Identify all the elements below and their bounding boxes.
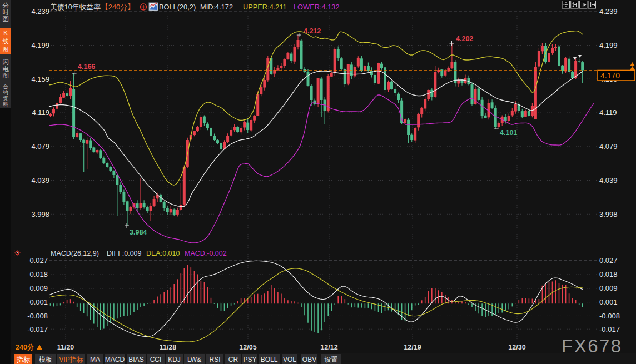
svg-text:VOL: VOL [283, 356, 296, 363]
svg-text:FX678: FX678 [562, 336, 623, 356]
svg-text:0.027: 0.027 [29, 256, 48, 265]
svg-text:4.039: 4.039 [599, 176, 618, 185]
svg-text:4.239: 4.239 [31, 7, 49, 16]
svg-text:12/30: 12/30 [508, 343, 525, 351]
svg-text:0.009: 0.009 [29, 284, 48, 292]
svg-text:4.166: 4.166 [78, 63, 95, 71]
svg-text:CR: CR [228, 356, 238, 363]
svg-text:4.079: 4.079 [599, 142, 618, 151]
svg-text:4.079: 4.079 [31, 142, 49, 151]
svg-text:美债10年收益率: 美债10年收益率 [50, 3, 101, 11]
svg-text:约: 约 [2, 89, 8, 96]
svg-text:12/19: 12/19 [404, 343, 421, 351]
svg-text:0.001: 0.001 [599, 298, 618, 306]
svg-text:-0.017: -0.017 [599, 325, 620, 333]
svg-text:-0.017: -0.017 [27, 325, 48, 333]
svg-text:时: 时 [2, 9, 9, 16]
svg-text:4.119: 4.119 [32, 108, 49, 117]
svg-text:指标: 指标 [16, 356, 31, 363]
svg-text:4.239: 4.239 [599, 7, 618, 16]
svg-text:料: 料 [3, 101, 8, 107]
svg-text:设置: 设置 [325, 356, 338, 363]
svg-text:RSI: RSI [209, 356, 220, 363]
svg-text:闪: 闪 [2, 59, 9, 66]
svg-text:KDJ: KDJ [168, 356, 181, 363]
svg-text:4.159: 4.159 [31, 75, 49, 83]
svg-text:LOWER:4.132: LOWER:4.132 [294, 3, 340, 11]
svg-text:-0.008: -0.008 [27, 312, 48, 320]
svg-text:MACD:-0.002: MACD:-0.002 [185, 250, 227, 257]
svg-text:VIP指标: VIP指标 [59, 356, 83, 363]
svg-text:BOLL(20,2): BOLL(20,2) [159, 3, 196, 11]
svg-text:3.998: 3.998 [599, 210, 618, 218]
svg-text:BIAS: BIAS [128, 356, 143, 363]
svg-text:合: 合 [3, 83, 8, 89]
svg-text:4.212: 4.212 [304, 27, 321, 35]
svg-text:12/05: 12/05 [239, 343, 256, 351]
svg-text:图: 图 [3, 46, 9, 53]
svg-text:240分: 240分 [16, 343, 34, 351]
svg-text:资: 资 [3, 95, 8, 101]
svg-text:4.101: 4.101 [500, 129, 517, 137]
svg-text:MACD(26,12,9): MACD(26,12,9) [51, 250, 99, 257]
svg-text:LW&: LW& [187, 356, 201, 363]
svg-text:0.009: 0.009 [599, 284, 618, 292]
svg-text:模板: 模板 [39, 356, 52, 363]
svg-text:3.984: 3.984 [130, 228, 147, 236]
svg-text:CCI: CCI [150, 356, 162, 363]
svg-text:4.202: 4.202 [456, 35, 473, 43]
svg-text:图: 图 [2, 16, 9, 22]
svg-text:PSY: PSY [243, 356, 256, 363]
svg-text:0.027: 0.027 [599, 256, 618, 265]
svg-text:DIFF:0.009: DIFF:0.009 [107, 250, 142, 257]
svg-text:K: K [3, 29, 8, 36]
svg-text:0.018: 0.018 [599, 270, 618, 278]
svg-text:4.199: 4.199 [31, 41, 49, 49]
svg-text:0.001: 0.001 [29, 298, 48, 306]
svg-text:分: 分 [2, 2, 9, 9]
svg-text:4.119: 4.119 [599, 108, 617, 117]
svg-text:MACD: MACD [105, 356, 125, 363]
svg-text:MID:4.172: MID:4.172 [200, 3, 233, 11]
svg-text:UPPER:4.211: UPPER:4.211 [243, 3, 287, 11]
svg-text:OBV: OBV [302, 356, 316, 363]
svg-text:4.199: 4.199 [599, 41, 618, 49]
svg-text:4.039: 4.039 [31, 176, 49, 185]
svg-text:0.018: 0.018 [29, 270, 48, 278]
svg-text:DEA:0.010: DEA:0.010 [146, 250, 180, 257]
svg-text:-0.008: -0.008 [599, 312, 620, 320]
svg-text:【240分】: 【240分】 [101, 3, 135, 11]
svg-text:BOLL: BOLL [261, 356, 278, 363]
svg-text:11/20: 11/20 [57, 343, 74, 351]
svg-text:图: 图 [2, 72, 9, 79]
svg-text:线: 线 [3, 38, 9, 44]
svg-text:MA: MA [90, 356, 100, 363]
svg-text:电: 电 [2, 66, 9, 72]
svg-text:3.998: 3.998 [31, 210, 49, 218]
svg-text:4.170: 4.170 [600, 71, 620, 80]
svg-text:11/28: 11/28 [160, 343, 177, 351]
svg-text:12/12: 12/12 [320, 343, 337, 351]
